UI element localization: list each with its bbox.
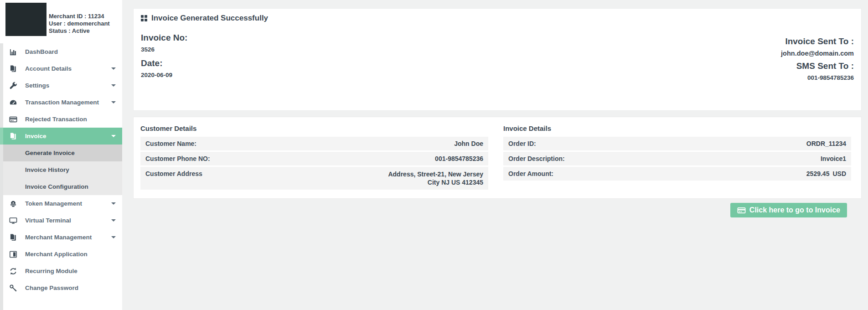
copy-icon — [9, 65, 17, 73]
sidebar-item-merchant-management[interactable]: Merchant Management — [0, 229, 122, 246]
tachometer-icon — [9, 98, 17, 107]
date-value: 2020-06-09 — [141, 72, 187, 78]
sidebar-item-label: Virtual Terminal — [25, 217, 71, 224]
sync-icon — [9, 267, 17, 275]
chevron-down-icon — [111, 84, 116, 87]
table-row: Customer Address Address, Street-21, New… — [140, 167, 488, 190]
credit-card-icon — [737, 206, 746, 215]
chevron-down-icon — [111, 67, 116, 70]
credit-card-icon — [9, 115, 17, 124]
invoice-details-section: Invoice Details Order ID: ORDR_11234 Ord… — [503, 124, 851, 191]
key-icon — [9, 284, 17, 292]
currency-value: USD — [832, 170, 846, 177]
row-label: Customer Name: — [145, 140, 196, 147]
table-row: Customer Phone NO: 001-9854785236 — [140, 152, 488, 165]
customer-details-title: Customer Details — [140, 124, 488, 132]
chevron-down-icon — [111, 236, 116, 238]
go-to-invoice-label: Click here to go to Invoice — [749, 206, 840, 214]
invoice-meta-left: Invoice No: 3526 Date: 2020-06-09 — [141, 33, 187, 81]
sidebar-item-virtual-terminal[interactable]: Virtual Terminal — [0, 212, 122, 229]
date-label: Date: — [141, 58, 187, 68]
sidebar-item-generate-invoice[interactable]: Generate Invoice — [0, 145, 122, 161]
invoice-summary-card: Invoice Generated Successfully Invoice N… — [133, 8, 862, 111]
invoice-submenu: Generate Invoice Invoice History Invoice… — [0, 145, 122, 195]
sidebar-item-account-details[interactable]: Account Details — [0, 60, 122, 77]
sidebar-item-recurring-module[interactable]: Recurring Module — [0, 263, 122, 279]
sidebar-item-label: Merchant Management — [25, 234, 92, 241]
submenu-item-label: Generate Invoice — [25, 150, 75, 156]
row-label: Order Description: — [508, 155, 565, 162]
row-label: Customer Address — [145, 170, 202, 177]
chevron-down-icon — [111, 101, 116, 103]
wrench-icon — [9, 82, 17, 90]
table-row: Order ID: ORDR_11234 — [503, 137, 851, 150]
invoice-no-value: 3526 — [141, 46, 187, 53]
sidebar-item-invoice-history[interactable]: Invoice History — [0, 161, 122, 178]
invoice-sent-to-value: john.doe@domain.com — [781, 50, 854, 57]
sidebar-item-label: Invoice — [25, 133, 46, 140]
user-text: User : demomerchant — [49, 20, 110, 27]
copy-icon — [9, 233, 17, 242]
sidebar-item-label: Settings — [25, 82, 49, 89]
sidebar: Merchant ID : 11234 User : demomerchant … — [0, 0, 122, 310]
invoice-sent-to-label: Invoice Sent To : — [781, 36, 854, 46]
chevron-down-icon — [111, 135, 116, 137]
sidebar-item-change-password[interactable]: Change Password — [0, 279, 122, 296]
sidebar-item-label: Account Details — [25, 65, 72, 72]
invoice-meta: Invoice No: 3526 Date: 2020-06-09 Invoic… — [141, 33, 854, 81]
details-card: Customer Details Customer Name: John Doe… — [133, 117, 862, 199]
sidebar-item-dashboard[interactable]: DashBoard — [0, 43, 122, 60]
row-value: 2529.45USD — [806, 170, 846, 177]
sidebar-item-label: Recurring Module — [25, 268, 78, 274]
invoice-meta-right: Invoice Sent To : john.doe@domain.com SM… — [781, 36, 854, 81]
sms-sent-to-label: SMS Sent To : — [781, 61, 854, 71]
amount-value: 2529.45 — [806, 170, 830, 177]
chevron-down-icon — [111, 219, 116, 222]
copy-icon — [9, 132, 17, 140]
submenu-item-label: Invoice History — [25, 166, 69, 173]
submenu-item-label: Invoice Configuration — [25, 183, 88, 190]
action-row: Click here to go to Invoice — [133, 203, 862, 217]
row-label: Order ID: — [508, 140, 536, 147]
app-root: Merchant ID : 11234 User : demomerchant … — [0, 0, 868, 310]
card-header: Invoice Generated Successfully — [141, 14, 854, 23]
sidebar-item-rejected-transaction[interactable]: Rejected Transaction — [0, 111, 122, 128]
chevron-down-icon — [111, 202, 116, 205]
sidebar-item-settings[interactable]: Settings — [0, 77, 122, 94]
sms-sent-to-value: 001-9854785236 — [781, 74, 854, 81]
sidebar-item-transaction-management[interactable]: Transaction Management — [0, 94, 122, 111]
customer-details-section: Customer Details Customer Name: John Doe… — [140, 124, 488, 191]
table-row: Order Amount: 2529.45USD — [503, 167, 851, 181]
status-text: Status : Active — [49, 27, 110, 35]
application-icon — [9, 250, 17, 258]
invoice-no-label: Invoice No: — [141, 33, 187, 43]
table-row: Order Description: Invoice1 — [503, 152, 851, 165]
sidebar-item-label: Rejected Transaction — [25, 116, 87, 123]
row-value: Invoice1 — [821, 155, 846, 162]
sidebar-item-label: Merchant Application — [25, 251, 88, 258]
token-icon — [9, 200, 17, 208]
merchant-id-text: Merchant ID : 11234 — [49, 13, 110, 20]
merchant-info: Merchant ID : 11234 User : demomerchant … — [49, 3, 110, 43]
row-value: ORDR_11234 — [806, 140, 846, 147]
user-panel: Merchant ID : 11234 User : demomerchant … — [0, 0, 122, 43]
page-title: Invoice Generated Successfully — [151, 14, 268, 23]
monitor-icon — [9, 217, 17, 225]
sidebar-menu: DashBoard Account Details Settings — [0, 43, 122, 296]
table-row: Customer Name: John Doe — [140, 137, 488, 150]
sidebar-item-token-management[interactable]: Token Management — [0, 195, 122, 212]
sidebar-item-invoice-configuration[interactable]: Invoice Configuration — [0, 178, 122, 195]
row-value: Address, Street-21, New Jersey City NJ U… — [376, 170, 483, 186]
sidebar-item-invoice[interactable]: Invoice — [0, 128, 122, 145]
invoice-details-title: Invoice Details — [503, 124, 851, 132]
sidebar-item-label: Change Password — [25, 284, 78, 291]
sidebar-item-label: DashBoard — [25, 48, 58, 55]
profile-image — [5, 3, 46, 36]
sidebar-item-merchant-application[interactable]: Merchant Application — [0, 246, 122, 263]
row-label: Order Amount: — [508, 170, 553, 177]
bar-chart-icon — [9, 48, 17, 56]
sidebar-item-label: Token Management — [25, 200, 82, 207]
main-content: Invoice Generated Successfully Invoice N… — [122, 0, 868, 310]
row-value: 001-9854785236 — [435, 155, 483, 162]
go-to-invoice-button[interactable]: Click here to go to Invoice — [730, 203, 847, 217]
